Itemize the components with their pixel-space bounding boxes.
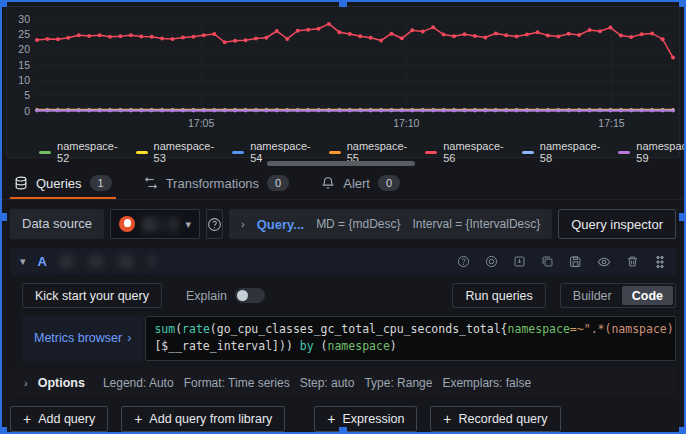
query-options-section[interactable]: › Query... MD = {mdDesc} Interval = {Int… xyxy=(229,209,552,239)
legend-color-dash xyxy=(522,151,534,154)
tab-alert-badge: 0 xyxy=(378,175,400,191)
datasource-picker[interactable]: ▾ xyxy=(110,209,200,239)
footer-button-label: Expression xyxy=(343,412,405,426)
svg-text:17:05: 17:05 xyxy=(188,117,214,129)
timeseries-panel: 05101520253017:0517:1017:15 namespace-52… xyxy=(6,6,680,158)
prometheus-icon xyxy=(119,216,135,232)
help-icon[interactable] xyxy=(457,255,470,268)
chevron-right-icon: › xyxy=(241,218,245,230)
bell-icon xyxy=(321,176,335,190)
svg-text:20: 20 xyxy=(18,43,30,55)
tab-alert[interactable]: Alert 0 xyxy=(319,167,402,199)
recorded-query-button[interactable]: +Recorded query xyxy=(430,406,560,432)
tab-queries-badge: 1 xyxy=(90,175,112,191)
code-option[interactable]: Code xyxy=(622,286,673,305)
tab-alert-label: Alert xyxy=(343,176,370,191)
drag-handle-icon[interactable] xyxy=(654,255,666,269)
save-icon[interactable] xyxy=(569,255,582,268)
legend-color-dash xyxy=(618,151,630,154)
datasource-label: Data source xyxy=(10,209,104,239)
svg-text:5: 5 xyxy=(24,89,30,101)
query-name-redacted xyxy=(59,255,155,268)
selection-handle[interactable] xyxy=(679,427,686,434)
kickstart-button[interactable]: Kick start your query xyxy=(22,283,162,308)
explain-toggle[interactable] xyxy=(235,288,265,303)
copy-query-icon[interactable] xyxy=(541,255,554,268)
toggle-knob xyxy=(237,290,248,301)
eye-icon[interactable] xyxy=(597,255,611,269)
selection-handle[interactable] xyxy=(339,0,347,7)
selection-handle[interactable] xyxy=(679,0,686,7)
question-circle-icon xyxy=(207,217,222,232)
metrics-browser-label: Metrics browser xyxy=(34,331,122,345)
legend-color-dash xyxy=(39,151,51,154)
options-row[interactable]: › Options Legend: AutoFormat: Time serie… xyxy=(10,370,676,396)
option-summary-item: Type: Range xyxy=(364,376,432,390)
add-query-from-library-button[interactable]: +Add query from library xyxy=(121,406,285,432)
transform-icon xyxy=(144,176,158,190)
query-options-title: Query... xyxy=(257,217,304,232)
datasource-help-button[interactable] xyxy=(206,209,223,239)
datasource-name-redacted xyxy=(142,217,178,232)
selection-handle[interactable] xyxy=(679,213,686,221)
svg-text:17:15: 17:15 xyxy=(598,117,624,129)
promql-editor: Metrics browser › sum(rate(go_cpu_classe… xyxy=(10,316,676,361)
legend-color-dash xyxy=(232,151,244,154)
query-inspector-button[interactable]: Query inspector xyxy=(558,209,676,239)
metrics-browser-button[interactable]: Metrics browser › xyxy=(22,316,143,361)
query-row-actions xyxy=(457,255,666,269)
tab-queries-label: Queries xyxy=(36,176,82,191)
toolbar-right: Run queries Builder Code xyxy=(452,283,676,308)
selection-handle[interactable] xyxy=(0,213,7,221)
legend-color-dash xyxy=(329,151,341,154)
scrollbar-thumb[interactable] xyxy=(267,161,415,166)
svg-text:17:10: 17:10 xyxy=(393,117,419,129)
query-code-input[interactable]: sum(rate(go_cpu_classes_gc_total_cpu_sec… xyxy=(145,316,676,361)
svg-text:0: 0 xyxy=(24,105,30,117)
add-query-button[interactable]: +Add query xyxy=(10,406,108,432)
record-circle-icon[interactable] xyxy=(485,255,498,268)
timeseries-chart: 05101520253017:0517:1017:15 xyxy=(9,11,679,137)
option-summary-item: Step: auto xyxy=(300,376,355,390)
editor-tabs: Queries 1 Transformations 0 Alert 0 xyxy=(0,167,686,200)
explain-control: Explain xyxy=(186,288,265,303)
datasource-row: Data source ▾ › Query... MD = {mdDesc} I… xyxy=(10,209,676,239)
svg-text:15: 15 xyxy=(18,59,30,71)
code-line-2: [$__rate_interval])) by (namespace) xyxy=(154,338,667,355)
footer-button-label: Add query from library xyxy=(149,412,272,426)
trash-icon[interactable] xyxy=(626,255,639,268)
legend-color-dash xyxy=(136,151,148,154)
selection-handle[interactable] xyxy=(0,0,7,7)
plus-icon: + xyxy=(134,411,142,427)
selection-handle[interactable] xyxy=(339,427,347,434)
chevron-right-icon: › xyxy=(24,377,28,389)
options-label: Options xyxy=(38,376,85,390)
query-row-header[interactable]: ▾ A xyxy=(10,248,676,275)
query-editor: ▾ A Kick start your query Explain Run qu… xyxy=(10,248,676,396)
footer-button-label: Add query xyxy=(38,412,95,426)
chevron-right-icon: › xyxy=(127,331,131,345)
builder-option[interactable]: Builder xyxy=(563,286,622,305)
tab-transformations[interactable]: Transformations 0 xyxy=(142,167,292,199)
builder-code-switch: Builder Code xyxy=(560,283,676,308)
option-summary-item: Exemplars: false xyxy=(442,376,531,390)
plus-icon: + xyxy=(23,411,31,427)
import-query-icon[interactable] xyxy=(513,255,526,268)
tab-transformations-label: Transformations xyxy=(166,176,259,191)
expression-button[interactable]: +Expression xyxy=(314,406,417,432)
plus-icon: + xyxy=(327,411,335,427)
tab-queries[interactable]: Queries 1 xyxy=(12,167,114,199)
option-summary-item: Legend: Auto xyxy=(103,376,174,390)
svg-text:25: 25 xyxy=(18,28,30,40)
svg-text:10: 10 xyxy=(18,74,30,86)
run-queries-button[interactable]: Run queries xyxy=(452,283,545,308)
svg-text:30: 30 xyxy=(18,13,30,25)
collapse-chevron-icon[interactable]: ▾ xyxy=(20,255,26,268)
code-line-1: sum(rate(go_cpu_classes_gc_total_cpu_sec… xyxy=(154,321,667,338)
footer-button-label: Recorded query xyxy=(459,412,548,426)
explain-label: Explain xyxy=(186,289,227,303)
query-options-md: MD = {mdDesc} xyxy=(316,217,400,231)
selection-handle[interactable] xyxy=(0,427,7,434)
options-summary: Legend: AutoFormat: Time seriesStep: aut… xyxy=(103,376,541,390)
query-toolbar: Kick start your query Explain Run querie… xyxy=(10,283,676,308)
